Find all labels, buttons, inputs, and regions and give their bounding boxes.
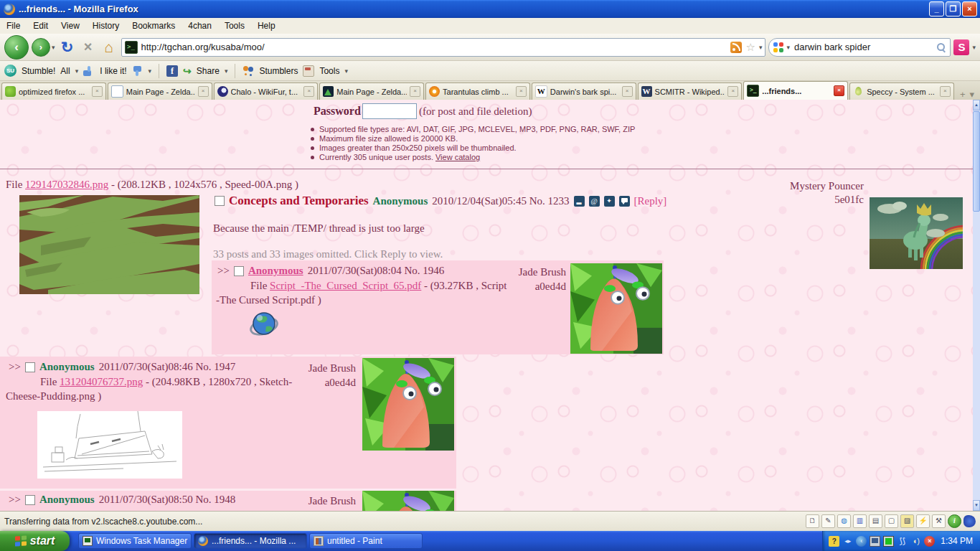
- post-file-link[interactable]: 131204076737.png: [60, 376, 143, 387]
- menu-view[interactable]: View: [55, 19, 86, 33]
- expand-icon[interactable]: [604, 196, 615, 207]
- search-box[interactable]: ▾: [768, 38, 951, 57]
- reply-link[interactable]: [Reply]: [634, 195, 667, 207]
- menu-help[interactable]: Help: [251, 19, 282, 33]
- share-button[interactable]: Share: [197, 66, 220, 76]
- tab-close-icon[interactable]: ×: [410, 86, 420, 97]
- su-tools-button[interactable]: Tools: [319, 66, 339, 76]
- post-thumbnail-creature[interactable]: [362, 491, 454, 511]
- search-engine-dropdown-icon[interactable]: ▾: [786, 44, 790, 51]
- thread-file-link[interactable]: 129147032846.png: [25, 179, 108, 190]
- reload-button[interactable]: ↻: [58, 39, 77, 56]
- tab-main-page-zelda-1[interactable]: Main Page - Zelda... ×: [108, 83, 212, 100]
- tools-icon[interactable]: ⚒: [932, 514, 946, 528]
- tab-close-icon[interactable]: ×: [92, 86, 103, 97]
- tab-chalo-wikifur[interactable]: Chalo - WikiFur, t... ×: [214, 83, 319, 100]
- stumble-button[interactable]: Stumble!: [22, 66, 55, 76]
- tab-close-icon[interactable]: ×: [303, 86, 314, 97]
- tab-close-icon[interactable]: ×: [727, 86, 738, 97]
- share-arrow-icon[interactable]: ↪: [183, 65, 192, 77]
- stumble-all-caret-icon[interactable]: ▾: [75, 67, 79, 75]
- facebook-icon[interactable]: f: [166, 65, 178, 77]
- search-go-icon[interactable]: [936, 42, 946, 52]
- like-button[interactable]: I like it!: [100, 66, 126, 76]
- minimize-button[interactable]: _: [929, 1, 944, 17]
- su-tools-icon[interactable]: [303, 65, 314, 77]
- bookmark-star-icon[interactable]: ☆: [745, 41, 755, 54]
- lightning-icon[interactable]: ⚡: [916, 514, 930, 528]
- scrollbar-thumb[interactable]: [973, 111, 980, 212]
- tab-tarantulas-climb[interactable]: Tarantulas climb ... ×: [425, 83, 530, 100]
- thread-checkbox[interactable]: [215, 196, 225, 206]
- stumble-all-button[interactable]: All: [60, 66, 70, 76]
- stop-button[interactable]: ×: [80, 39, 97, 55]
- tab-scmitr-wikipedia[interactable]: W SCMITR - Wikiped... ×: [638, 83, 743, 100]
- tab-close-icon[interactable]: ×: [198, 86, 209, 97]
- su-tools-caret-icon[interactable]: ▾: [344, 67, 348, 75]
- close-button[interactable]: ×: [962, 1, 977, 17]
- tab-darwins-bark-spider[interactable]: W Darwin's bark spi... ×: [532, 83, 636, 100]
- tab-close-icon[interactable]: ×: [834, 85, 844, 96]
- share-caret-icon[interactable]: ▾: [225, 67, 228, 75]
- cpu-meter-icon[interactable]: [883, 536, 894, 547]
- volume-icon[interactable]: ◖): [910, 536, 921, 547]
- paint-splat-icon[interactable]: [963, 515, 976, 527]
- url-bar[interactable]: >_ http://tgchan.org/kusaba/moo/ ☆ ▾: [121, 38, 766, 57]
- new-tab-icon[interactable]: +: [960, 89, 966, 100]
- start-button[interactable]: start: [0, 531, 70, 551]
- edit-icon[interactable]: ✎: [821, 514, 835, 528]
- window-titlebar[interactable]: ...friends... - Mozilla Firefox _ ❐ ×: [0, 0, 980, 18]
- back-button[interactable]: ‹: [4, 35, 29, 60]
- post-checkbox[interactable]: [25, 495, 35, 505]
- post-file-link[interactable]: Script_-The_Cursed_Script_65.pdf: [270, 280, 421, 291]
- post-checkbox[interactable]: [25, 362, 35, 372]
- taskbar-item-firefox[interactable]: ...friends... - Mozilla ...: [194, 533, 307, 549]
- stumbleupon-tray-icon[interactable]: ‹: [856, 536, 867, 547]
- scroll-up-icon[interactable]: ▲: [973, 100, 980, 110]
- wireless-icon[interactable]: ⟆⟆: [897, 536, 908, 547]
- menu-tools[interactable]: Tools: [218, 19, 251, 33]
- vertical-scrollbar[interactable]: ▲ ▼: [973, 100, 980, 511]
- tab-main-page-zelda-2[interactable]: Main Page - Zelda... ×: [319, 83, 424, 100]
- tab-speccy[interactable]: Speccy - System ... ×: [849, 83, 954, 100]
- sticky-note-icon[interactable]: ▨: [900, 514, 914, 528]
- security-alert-icon[interactable]: ×: [924, 536, 935, 547]
- hide-icons-chevron-icon[interactable]: ◂▸: [842, 536, 853, 547]
- taskbar-item-task-manager[interactable]: Windows Task Manager: [78, 533, 192, 549]
- url-dropdown-icon[interactable]: ▾: [759, 44, 763, 51]
- print-icon[interactable]: ▤: [869, 514, 882, 528]
- info-icon[interactable]: i: [948, 514, 961, 528]
- tab-close-icon[interactable]: ×: [516, 86, 527, 97]
- post-name-link[interactable]: Anonymous: [248, 265, 303, 277]
- history-dropdown-icon[interactable]: ▾: [52, 44, 55, 51]
- dislike-caret-icon[interactable]: ▾: [149, 67, 152, 75]
- stumblers-button[interactable]: Stumblers: [259, 66, 298, 76]
- rss-icon[interactable]: [730, 42, 742, 53]
- post-checkbox[interactable]: [234, 266, 244, 276]
- note-icon[interactable]: ▢: [885, 514, 898, 528]
- help-tray-icon[interactable]: ?: [829, 536, 839, 547]
- quick-reply-icon[interactable]: [619, 196, 630, 207]
- post-thumbnail-sketch[interactable]: [37, 411, 182, 479]
- menu-history[interactable]: History: [86, 19, 126, 33]
- forward-button[interactable]: ›: [32, 38, 50, 57]
- password-input[interactable]: [362, 103, 417, 119]
- save-icon[interactable]: ▥: [853, 514, 867, 528]
- stumbleupon-button[interactable]: S: [953, 39, 969, 55]
- menu-file[interactable]: File: [0, 19, 27, 33]
- email-icon[interactable]: [589, 196, 600, 207]
- stumblers-icon[interactable]: [242, 66, 254, 76]
- post-thumbnail-creature[interactable]: [362, 358, 454, 451]
- menu-edit[interactable]: Edit: [27, 19, 55, 33]
- menu-4chan[interactable]: 4chan: [182, 19, 218, 33]
- thumbs-down-icon[interactable]: [132, 66, 143, 76]
- list-tabs-icon[interactable]: ▾: [969, 89, 974, 100]
- embed-icon[interactable]: [574, 196, 585, 207]
- maximize-button[interactable]: ❐: [946, 1, 961, 17]
- pdf-globe-icon[interactable]: [249, 309, 279, 339]
- taskbar-item-paint[interactable]: untitled - Paint: [309, 533, 423, 549]
- thumbs-up-icon[interactable]: [83, 66, 95, 76]
- view-catalog-link[interactable]: View catalog: [435, 153, 480, 161]
- tab-optimized-firefox[interactable]: optimized firefox ... ×: [1, 83, 106, 100]
- post-thumbnail-creature[interactable]: [570, 263, 662, 354]
